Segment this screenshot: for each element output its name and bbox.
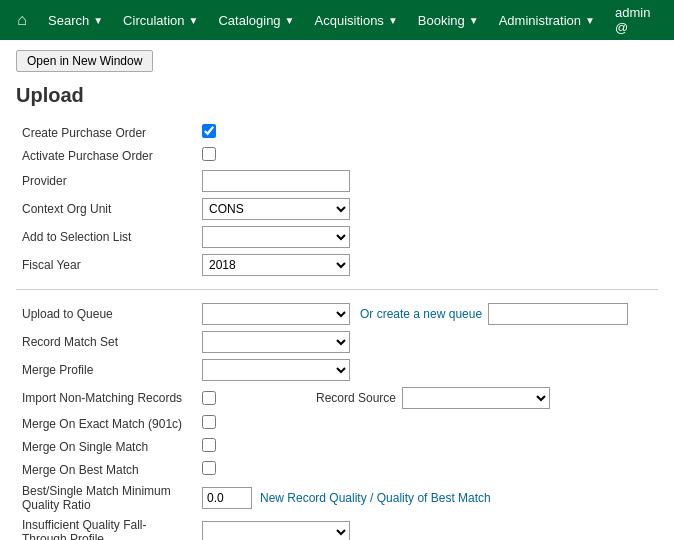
- merge-profile-select[interactable]: [202, 359, 350, 381]
- merge-exact-field: [196, 412, 658, 435]
- main-content: Open in New Window Upload Create Purchas…: [0, 40, 674, 540]
- context-org-field: CONS: [196, 195, 658, 223]
- nav-administration-label: Administration: [499, 13, 581, 28]
- fiscal-year-field: 2018: [196, 251, 658, 279]
- best-single-match-label: Best/Single Match Minimum Quality Ratio: [16, 481, 196, 515]
- create-po-row: Create Purchase Order: [16, 121, 658, 144]
- new-queue-input[interactable]: [488, 303, 628, 325]
- new-record-quality-label: New Record Quality / Quality of Best Mat…: [260, 491, 491, 505]
- provider-field: [196, 167, 658, 195]
- nav-cataloging-label: Cataloging: [218, 13, 280, 28]
- record-match-set-row: Record Match Set: [16, 328, 658, 356]
- insufficient-quality-row: Insufficient Quality Fall-Through Profil…: [16, 515, 658, 540]
- record-source-select[interactable]: [402, 387, 550, 409]
- admin-user: admin @: [607, 5, 666, 35]
- admin-label: admin @: [615, 5, 650, 35]
- upload-queue-label: Upload to Queue: [16, 300, 196, 328]
- nav-search-caret: ▼: [93, 15, 103, 26]
- upload-queue-select[interactable]: [202, 303, 350, 325]
- selection-list-select[interactable]: [202, 226, 350, 248]
- context-org-label: Context Org Unit: [16, 195, 196, 223]
- open-new-window-label: Open in New Window: [27, 54, 142, 68]
- upload-queue-row: Upload to Queue Or create a new queue: [16, 300, 658, 328]
- upload-form: Create Purchase Order Activate Purchase …: [16, 121, 658, 279]
- upload-queue-field: Or create a new queue: [196, 300, 658, 328]
- record-source-label: Record Source: [316, 391, 396, 405]
- merge-best-row: Merge On Best Match: [16, 458, 658, 481]
- nav-acquisitions-label: Acquisitions: [315, 13, 384, 28]
- navbar: ⌂ Search ▼ Circulation ▼ Cataloging ▼ Ac…: [0, 0, 674, 40]
- merge-exact-label: Merge On Exact Match (901c): [16, 412, 196, 435]
- merge-best-checkbox[interactable]: [202, 461, 216, 475]
- nav-cataloging-caret: ▼: [285, 15, 295, 26]
- nav-administration-caret: ▼: [585, 15, 595, 26]
- record-match-set-select[interactable]: [202, 331, 350, 353]
- create-po-checkbox[interactable]: [202, 124, 216, 138]
- merge-profile-row: Merge Profile: [16, 356, 658, 384]
- provider-input[interactable]: [202, 170, 350, 192]
- home-button[interactable]: ⌂: [8, 6, 36, 34]
- merge-best-label: Merge On Best Match: [16, 458, 196, 481]
- record-match-set-field: [196, 328, 658, 356]
- best-single-match-row: Best/Single Match Minimum Quality Ratio …: [16, 481, 658, 515]
- nav-booking-label: Booking: [418, 13, 465, 28]
- nav-booking-caret: ▼: [469, 15, 479, 26]
- or-create-queue-label: Or create a new queue: [360, 307, 482, 321]
- fiscal-year-label: Fiscal Year: [16, 251, 196, 279]
- insufficient-quality-label: Insufficient Quality Fall-Through Profil…: [16, 515, 196, 540]
- create-po-field: [196, 121, 658, 144]
- import-non-matching-row: Import Non-Matching Records Record Sourc…: [16, 384, 658, 412]
- nav-acquisitions-caret: ▼: [388, 15, 398, 26]
- context-org-row: Context Org Unit CONS: [16, 195, 658, 223]
- selection-list-label: Add to Selection List: [16, 223, 196, 251]
- nav-cataloging[interactable]: Cataloging ▼: [210, 0, 302, 40]
- record-match-set-label: Record Match Set: [16, 328, 196, 356]
- nav-acquisitions[interactable]: Acquisitions ▼: [307, 0, 406, 40]
- merge-profile-label: Merge Profile: [16, 356, 196, 384]
- quality-ratio-input[interactable]: [202, 487, 252, 509]
- provider-label: Provider: [16, 167, 196, 195]
- create-po-label: Create Purchase Order: [16, 121, 196, 144]
- merge-single-checkbox[interactable]: [202, 438, 216, 452]
- open-new-window-button[interactable]: Open in New Window: [16, 50, 153, 72]
- provider-row: Provider: [16, 167, 658, 195]
- import-non-matching-label: Import Non-Matching Records: [16, 384, 196, 412]
- nav-circulation[interactable]: Circulation ▼: [115, 0, 206, 40]
- fiscal-year-row: Fiscal Year 2018: [16, 251, 658, 279]
- merge-single-label: Merge On Single Match: [16, 435, 196, 458]
- nav-circulation-label: Circulation: [123, 13, 184, 28]
- divider-1: [16, 289, 658, 290]
- home-icon: ⌂: [17, 11, 27, 29]
- activate-po-label: Activate Purchase Order: [16, 144, 196, 167]
- queue-form: Upload to Queue Or create a new queue Re…: [16, 300, 658, 540]
- merge-exact-checkbox[interactable]: [202, 415, 216, 429]
- merge-best-field: [196, 458, 658, 481]
- insufficient-quality-select[interactable]: [202, 521, 350, 540]
- nav-administration[interactable]: Administration ▼: [491, 0, 603, 40]
- insufficient-quality-field: [196, 515, 658, 540]
- merge-single-row: Merge On Single Match: [16, 435, 658, 458]
- selection-list-field: [196, 223, 658, 251]
- merge-profile-field: [196, 356, 658, 384]
- nav-search-label: Search: [48, 13, 89, 28]
- import-non-matching-checkbox[interactable]: [202, 391, 216, 405]
- fiscal-year-select[interactable]: 2018: [202, 254, 350, 276]
- context-org-select[interactable]: CONS: [202, 198, 350, 220]
- merge-exact-row: Merge On Exact Match (901c): [16, 412, 658, 435]
- nav-search[interactable]: Search ▼: [40, 0, 111, 40]
- nav-circulation-caret: ▼: [189, 15, 199, 26]
- merge-single-field: [196, 435, 658, 458]
- activate-po-checkbox[interactable]: [202, 147, 216, 161]
- activate-po-field: [196, 144, 658, 167]
- import-non-matching-field: Record Source: [196, 384, 658, 412]
- nav-booking[interactable]: Booking ▼: [410, 0, 487, 40]
- activate-po-row: Activate Purchase Order: [16, 144, 658, 167]
- best-single-match-field: New Record Quality / Quality of Best Mat…: [196, 481, 658, 515]
- selection-list-row: Add to Selection List: [16, 223, 658, 251]
- page-title: Upload: [16, 84, 658, 107]
